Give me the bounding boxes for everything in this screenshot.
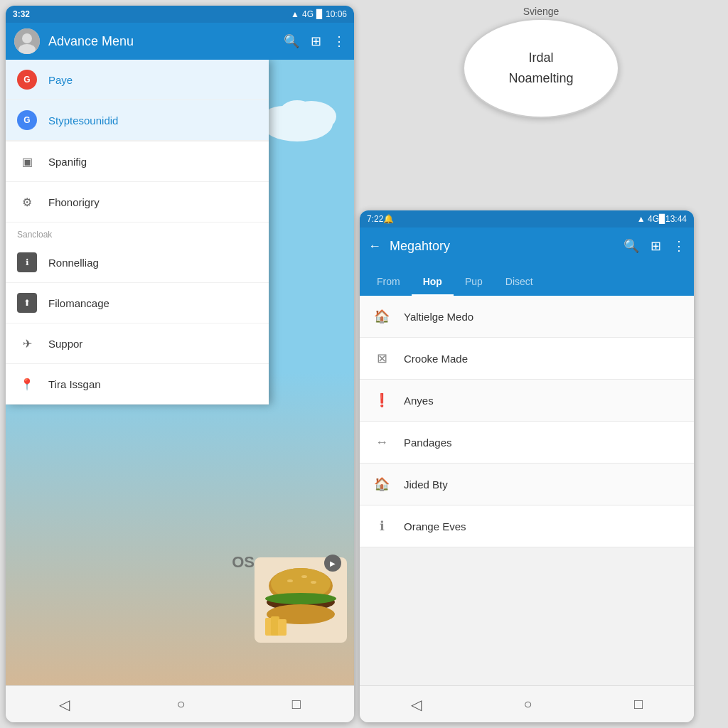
yaltielge-label: Yaltielge Medo xyxy=(404,311,473,323)
orange-label: Orange Eves xyxy=(404,520,466,532)
fhonorigry-icon: ⚙ xyxy=(17,192,37,212)
filomancage-label: Filomancage xyxy=(48,297,109,309)
play-button[interactable]: ▶ xyxy=(324,555,341,572)
suppor-label: Suppor xyxy=(48,338,82,350)
anyes-label: Anyes xyxy=(404,395,434,407)
right-app-title: Megahtory xyxy=(390,239,615,254)
crooke-icon: ⊠ xyxy=(371,348,392,369)
svg-point-1 xyxy=(22,33,32,43)
battery-icon: ▉ xyxy=(316,9,323,19)
right-panel: Svienge Irdal Noamelting 7:22 🔔 ▲ 4G ▉ 1… xyxy=(360,6,722,722)
left-time: 3:32 xyxy=(13,9,30,19)
spanifig-label: Spanifig xyxy=(48,156,87,168)
list-item[interactable]: 🏠 Yaltielge Medo xyxy=(360,296,694,338)
fhonorigry-label: Fhonorigry xyxy=(48,196,100,208)
more-icon[interactable]: ⋮ xyxy=(333,33,346,49)
list-item[interactable]: ⊠ Crooke Made xyxy=(360,338,694,380)
list-item[interactable]: ℹ Orange Eves xyxy=(360,505,694,547)
left-status-bar: 3:32 ▲ 4G ▉ 10:06 xyxy=(6,6,354,23)
drawer-item-tira-issgan[interactable]: 📍 Tira Issgan xyxy=(6,364,269,405)
drawer-menu: G Paye G Styptesounidid ▣ Spanifig ⚙ Fho… xyxy=(6,60,269,405)
yaltielge-icon: 🏠 xyxy=(371,306,392,327)
right-signal: ▲ 4G xyxy=(637,214,659,224)
tooltip-circle: Irdal Noamelting xyxy=(463,18,619,118)
drawer-item-filomancage[interactable]: ⬆ Filomancage xyxy=(6,283,269,323)
right-battery: ▉ xyxy=(659,214,665,224)
content-area: OS xyxy=(6,60,354,685)
svg-point-12 xyxy=(301,575,307,578)
drawer-item-fhonorigry[interactable]: ⚙ Fhonorigry xyxy=(6,182,269,223)
os-label: OS xyxy=(232,553,255,572)
right-search-icon[interactable]: 🔍 xyxy=(623,238,639,254)
right-notif-icon: 🔔 xyxy=(383,214,394,224)
crooke-label: Crooke Made xyxy=(404,353,468,365)
right-clock: 13:44 xyxy=(665,214,687,224)
tab-disect[interactable]: Disect xyxy=(494,269,545,296)
app-title: Advance Menu xyxy=(48,34,275,49)
right-time: 10:06 xyxy=(326,9,347,19)
right-recents-button[interactable]: □ xyxy=(620,690,657,718)
spanifig-icon: ▣ xyxy=(17,151,37,171)
left-phone: 3:32 ▲ 4G ▉ 10:06 Advance Menu 🔍 ⊞ ⋮ xyxy=(6,6,354,722)
left-app-bar: Advance Menu 🔍 ⊞ ⋮ xyxy=(6,23,354,60)
suppor-icon: ✈ xyxy=(17,333,37,353)
pandages-label: Pandages xyxy=(404,437,452,449)
paye-icon: G xyxy=(17,70,37,90)
styptesounidid-label: Styptesounidid xyxy=(48,114,118,127)
jided-label: Jided Bty xyxy=(404,478,448,491)
right-app-bar: ← Megahtory 🔍 ⊞ ⋮ xyxy=(360,228,694,264)
app-bar-actions: 🔍 ⊞ ⋮ xyxy=(284,33,346,49)
recents-button[interactable]: □ xyxy=(278,690,315,718)
ronnelliag-icon: ℹ xyxy=(17,252,37,272)
drawer-item-spanifig[interactable]: ▣ Spanifig xyxy=(6,141,269,182)
tab-hop[interactable]: Hop xyxy=(412,269,454,296)
tira-icon: 📍 xyxy=(17,374,37,394)
list-item[interactable]: ❗ Anyes xyxy=(360,380,694,422)
svg-rect-19 xyxy=(278,619,287,636)
svg-point-6 xyxy=(279,100,315,126)
right-home-button[interactable]: ○ xyxy=(509,690,546,718)
right-more-icon[interactable]: ⋮ xyxy=(673,238,685,254)
list-item[interactable]: 🏠 Jided Bty xyxy=(360,464,694,505)
left-status-icons: ▲ 4G ▉ 10:06 xyxy=(291,9,347,19)
right-app-actions: 🔍 ⊞ ⋮ xyxy=(623,238,685,254)
drawer-item-ronnelliag[interactable]: ℹ Ronnelliag xyxy=(6,242,269,283)
right-nav-bar: ◁ ○ □ xyxy=(360,685,694,722)
tabs-bar: From Hop Pup Disect xyxy=(360,264,694,296)
right-time-display: 7:22 xyxy=(367,214,383,224)
avatar[interactable] xyxy=(14,28,40,54)
back-button[interactable]: ◁ xyxy=(45,690,84,719)
svg-point-11 xyxy=(287,579,293,582)
svg-point-13 xyxy=(311,581,316,584)
right-status-bar: 7:22 🔔 ▲ 4G ▉ 13:44 xyxy=(360,210,694,228)
back-icon[interactable]: ← xyxy=(368,239,381,254)
search-icon[interactable]: 🔍 xyxy=(284,33,299,49)
shield-icon[interactable]: ⊞ xyxy=(311,33,321,49)
right-shield-icon[interactable]: ⊞ xyxy=(651,238,661,254)
list-area: 🏠 Yaltielge Medo ⊠ Crooke Made ❗ Anyes ↔… xyxy=(360,296,694,685)
styptesounidid-icon: G xyxy=(17,110,37,130)
ronnelliag-label: Ronnelliag xyxy=(48,257,99,269)
tira-label: Tira Issgan xyxy=(48,378,101,390)
right-phone: 7:22 🔔 ▲ 4G ▉ 13:44 ← Megahtory 🔍 ⊞ ⋮ Fr… xyxy=(360,210,694,722)
paye-label: Paye xyxy=(48,74,73,86)
pandages-icon: ↔ xyxy=(371,432,392,453)
filomancage-icon: ⬆ xyxy=(17,293,37,313)
section-label: Sancloak xyxy=(6,223,269,242)
orange-icon: ℹ xyxy=(371,515,392,537)
lte-icon: 4G xyxy=(302,9,314,19)
drawer-item-suppor[interactable]: ✈ Suppor xyxy=(6,323,269,364)
tooltip-bubble: Svienge Irdal Noamelting xyxy=(449,6,633,118)
drawer-item-paye[interactable]: G Paye xyxy=(6,60,269,100)
drawer-item-styptesounidid[interactable]: G Styptesounidid xyxy=(6,100,269,141)
tab-pup[interactable]: Pup xyxy=(454,269,494,296)
list-item[interactable]: ↔ Pandages xyxy=(360,422,694,464)
anyes-icon: ❗ xyxy=(371,390,392,411)
tab-from[interactable]: From xyxy=(365,269,412,296)
signal-icon: ▲ xyxy=(291,9,299,19)
home-button[interactable]: ○ xyxy=(162,690,199,718)
tooltip-line1: Irdal xyxy=(528,50,553,65)
left-nav-bar: ◁ ○ □ xyxy=(6,685,354,722)
svg-point-15 xyxy=(265,593,336,604)
right-back-button[interactable]: ◁ xyxy=(397,690,436,719)
